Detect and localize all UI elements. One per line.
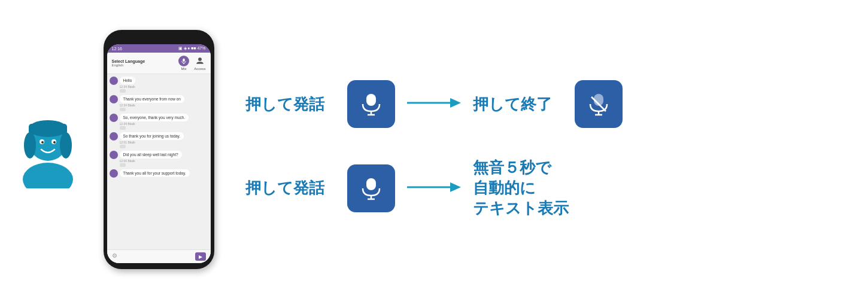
chat-bubble: Did you all sleep well last night?: [120, 151, 182, 158]
chat-bubble-area: Did you all sleep well last night? 12:00…: [120, 151, 182, 167]
sound-icon: [120, 89, 126, 93]
svg-point-0: [23, 163, 73, 188]
mic-button-2[interactable]: [347, 164, 395, 212]
arrow-2: [407, 178, 461, 199]
mic-icon-result: [585, 91, 612, 117]
chat-message-1: Hello 12:34 Bitalk: [110, 77, 208, 93]
mic-icon-1: [358, 91, 384, 117]
phone-frame: 12:16 ▣ ◈ ♦ ■■ 47% Select Language Engli…: [104, 30, 214, 269]
svg-rect-14: [366, 94, 376, 106]
svg-point-3: [24, 132, 36, 158]
chat-avatar: [110, 77, 118, 85]
chat-area: Hello 12:34 Bitalk Thank you everyone fr…: [107, 74, 211, 249]
phone-time: 12:16: [112, 47, 123, 51]
mic-icon-2: [358, 175, 384, 202]
send-button[interactable]: ▶: [195, 252, 206, 261]
person-icon: [195, 56, 205, 66]
result-line3: テキスト表示: [473, 199, 569, 219]
chat-bubble-area: So, everyone, thank you very much. 12:34…: [120, 114, 189, 130]
instructions-section: 押して発話 押して終了: [221, 68, 868, 230]
phone-toolbar: Select Language English: [107, 53, 211, 74]
mic-button[interactable]: Mic: [178, 56, 189, 71]
mic-button-result[interactable]: [575, 80, 623, 128]
chat-message-6: Thank you all for your support today.: [110, 169, 208, 178]
chat-bubble-area: Thank you everyone from now on 12:34 Bit…: [120, 95, 184, 111]
svg-point-4: [60, 132, 72, 158]
chat-bubble: So, everyone, thank you very much.: [120, 114, 189, 121]
instruction-row-1: 押して発話 押して終了: [245, 80, 844, 128]
chat-message-3: So, everyone, thank you very much. 12:34…: [110, 114, 208, 130]
chat-bubble: So thank you for joining us today.: [120, 132, 184, 140]
svg-marker-27: [450, 182, 461, 192]
language-value: English: [112, 63, 145, 67]
svg-point-13: [198, 57, 202, 61]
chat-message-4: So thank you for joining us today. 12:01…: [110, 132, 208, 148]
mic-label: Mic: [181, 67, 186, 71]
svg-point-8: [41, 141, 44, 144]
chat-meta: 12:34 Bitalk: [120, 103, 184, 107]
phone-icons: ▣ ◈ ♦ ■■ 47%: [178, 46, 206, 51]
chat-bubble-area: Hello 12:34 Bitalk: [120, 77, 136, 93]
access-label: Access: [194, 67, 205, 71]
row2-result: 無音５秒で 自動的に テキスト表示: [473, 158, 569, 218]
svg-rect-23: [366, 178, 376, 190]
sound-icon: [120, 145, 126, 148]
chat-avatar: [110, 169, 118, 178]
chat-bubble: Thank you everyone from now on: [120, 95, 184, 103]
chat-meta: 12:00 Bitalk: [120, 159, 182, 163]
svg-rect-10: [183, 59, 184, 62]
phone-screen: 12:16 ▣ ◈ ♦ ■■ 47% Select Language Engli…: [107, 44, 211, 263]
result-line1: 無音５秒で: [473, 158, 569, 178]
arrow-1: [407, 94, 461, 114]
chat-bubble-area: So thank you for joining us today. 12:01…: [120, 132, 184, 148]
settings-icon: ⚙: [112, 252, 120, 261]
toolbar-left: Select Language English: [112, 59, 145, 67]
access-button[interactable]: Access: [194, 56, 205, 71]
phone-section: 12:16 ▣ ◈ ♦ ■■ 47% Select Language Engli…: [96, 0, 221, 299]
phone-status-bar: 12:16 ▣ ◈ ♦ ■■ 47%: [107, 44, 211, 53]
mic-button-1[interactable]: [347, 80, 395, 128]
result-line2: 自動的に: [473, 178, 569, 199]
chat-bubble: Hello: [120, 77, 136, 84]
toolbar-right: Mic Access: [178, 56, 205, 71]
svg-rect-5: [29, 124, 67, 135]
chat-avatar: [110, 114, 118, 122]
row1-result-label: 押して終了: [473, 94, 563, 115]
chat-message-2: Thank you everyone from now on 12:34 Bit…: [110, 95, 208, 111]
avatar: [9, 111, 87, 188]
sound-icon: [120, 108, 126, 111]
chat-meta: 12:01 Bitalk: [120, 141, 184, 144]
mic-circle: [178, 56, 189, 66]
page-container: 12:16 ▣ ◈ ♦ ■■ 47% Select Language Engli…: [0, 0, 868, 299]
sound-icon: [120, 126, 126, 130]
chat-avatar: [110, 95, 118, 103]
chat-bubble-area: Thank you all for your support today.: [120, 169, 190, 177]
sound-icon: [120, 163, 126, 167]
chat-meta: 12:34 Bitalk: [120, 122, 189, 126]
phone-bottom-bar: ⚙ ▶: [107, 249, 211, 263]
avatar-section: [0, 0, 96, 299]
chat-bubble: Thank you all for your support today.: [120, 169, 190, 177]
row1-label: 押して発話: [245, 94, 335, 115]
select-language-label: Select Language: [112, 59, 145, 63]
svg-point-9: [53, 141, 56, 144]
chat-message-5: Did you all sleep well last night? 12:00…: [110, 151, 208, 167]
svg-marker-18: [450, 98, 461, 108]
chat-meta: 12:34 Bitalk: [120, 85, 136, 89]
row2-label: 押して発話: [245, 178, 335, 199]
phone-notch: [141, 36, 177, 42]
instruction-row-2: 押して発話 無音５秒で 自動的に テキスト表示: [245, 158, 844, 218]
chat-avatar: [110, 151, 118, 159]
chat-avatar: [110, 132, 118, 141]
